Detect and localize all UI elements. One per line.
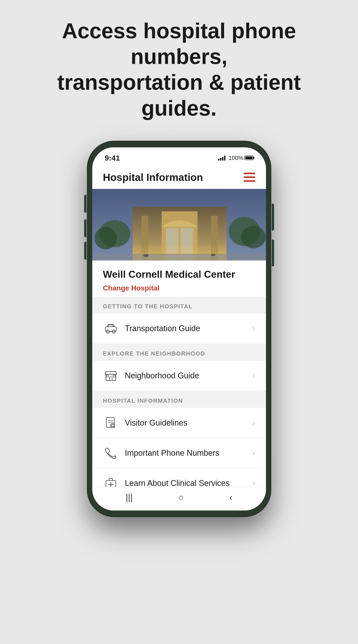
store-svg — [104, 369, 118, 382]
section-header-getting: GETTING TO THE HOSPITAL — [92, 297, 266, 314]
menu-label-neighborhood: Neighborhood Guide — [125, 371, 253, 380]
status-time: 9:41 — [105, 154, 120, 162]
section-label-getting: GETTING TO THE HOSPITAL — [103, 303, 193, 310]
nav-recent-button[interactable]: ‹ — [229, 492, 232, 502]
section-header-hospital-info: HOSPITAL INFORMATION — [92, 391, 266, 408]
hospital-name: Weill Cornell Medical Center — [103, 268, 255, 280]
svg-rect-20 — [106, 375, 109, 377]
svg-rect-19 — [109, 377, 112, 380]
phone-screen: 9:41 100% Hospital Information — [92, 147, 266, 510]
menu-item-transportation[interactable]: Transportation Guide › — [92, 314, 266, 344]
medical-svg — [104, 476, 118, 487]
status-icons: 100% — [218, 154, 253, 162]
car-icon — [103, 321, 119, 336]
hamburger-line-2 — [244, 176, 255, 178]
phone-icon — [103, 445, 119, 461]
battery-icon: 100% — [229, 154, 253, 162]
signal-icon — [218, 155, 226, 160]
section-hospital-information: HOSPITAL INFORMATION — [92, 391, 266, 487]
medical-icon — [103, 476, 119, 487]
battery-fill — [245, 156, 253, 159]
document-icon — [103, 415, 119, 431]
battery-text: 100% — [229, 154, 244, 162]
svg-rect-12 — [92, 254, 266, 260]
battery-body — [245, 156, 253, 160]
menu-label-clinical-services: Learn About Clinical Services — [125, 478, 253, 487]
hamburger-line-1 — [244, 173, 255, 174]
chevron-right-icon-4: › — [253, 448, 255, 458]
svg-point-13 — [143, 254, 149, 257]
phone-svg — [104, 446, 118, 460]
page-headline: Access hospital phone numbers, transport… — [56, 18, 302, 121]
svg-point-4 — [241, 226, 266, 248]
menu-item-phone-numbers[interactable]: Important Phone Numbers › — [92, 438, 266, 468]
hamburger-menu-button[interactable] — [244, 173, 255, 182]
section-label-hospital-info: HOSPITAL INFORMATION — [103, 397, 183, 404]
chevron-right-icon-2: › — [253, 371, 255, 380]
svg-rect-15 — [105, 327, 116, 332]
chevron-right-icon-5: › — [253, 478, 255, 487]
chevron-right-icon: › — [253, 324, 255, 333]
section-header-explore: EXPLORE THE NEIGHBORHOOD — [92, 344, 266, 361]
section-label-explore: EXPLORE THE NEIGHBORHOOD — [103, 350, 205, 357]
svg-point-2 — [94, 227, 117, 249]
menu-item-clinical-services[interactable]: Learn About Clinical Services › — [92, 468, 266, 487]
bottom-nav: ||| ○ ‹ — [92, 487, 266, 510]
svg-point-14 — [211, 254, 215, 256]
store-icon — [103, 368, 119, 384]
nav-home-button[interactable]: ○ — [178, 492, 184, 502]
document-svg — [104, 416, 118, 430]
hospital-image — [92, 189, 266, 260]
menu-label-visitor-guidelines: Visitor Guidelines — [125, 418, 253, 428]
menu-label-phone-numbers: Important Phone Numbers — [125, 448, 253, 458]
chevron-right-icon-3: › — [253, 418, 255, 428]
section-getting-to-hospital: GETTING TO THE HOSPITAL — [92, 297, 266, 344]
phone-mockup: 9:41 100% Hospital Information — [87, 141, 271, 517]
svg-rect-21 — [113, 375, 115, 377]
nav-back-button[interactable]: ||| — [126, 492, 132, 502]
app-title: Hospital Information — [103, 171, 203, 183]
car-svg — [104, 322, 118, 335]
hospital-building-svg — [92, 189, 266, 260]
section-explore-neighborhood: EXPLORE THE NEIGHBORHOOD — [92, 344, 266, 391]
menu-label-transportation: Transportation Guide — [125, 324, 253, 333]
hamburger-line-3 — [244, 180, 255, 182]
hospital-info-section: Weill Cornell Medical Center Change Hosp… — [92, 260, 266, 297]
scroll-content[interactable]: GETTING TO THE HOSPITAL — [92, 297, 266, 487]
menu-item-neighborhood[interactable]: Neighborhood Guide › — [92, 361, 266, 391]
change-hospital-button[interactable]: Change Hospital — [103, 284, 255, 292]
app-header: Hospital Information — [92, 166, 266, 189]
menu-item-visitor-guidelines[interactable]: Visitor Guidelines › — [92, 408, 266, 438]
status-bar: 9:41 100% — [92, 147, 266, 166]
svg-line-27 — [114, 427, 115, 428]
